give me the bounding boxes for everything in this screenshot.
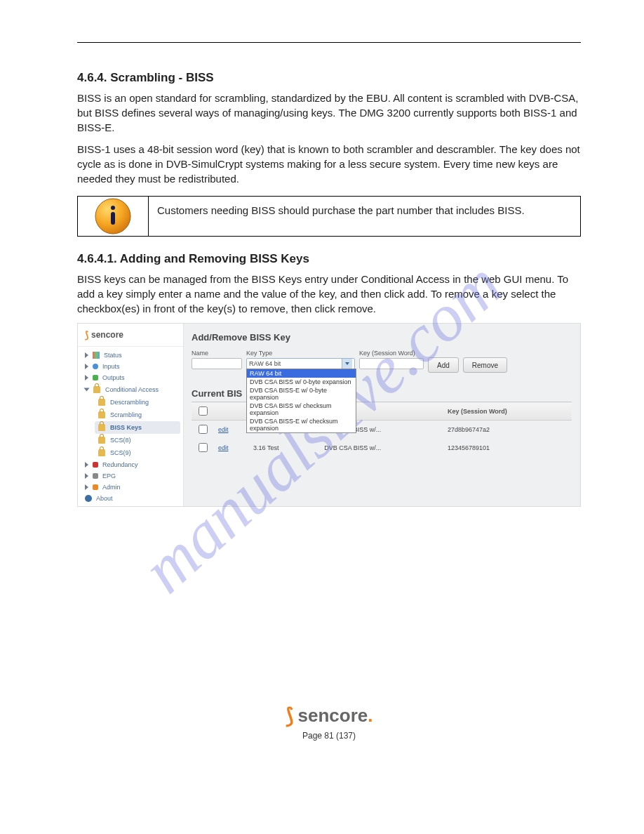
bars-icon	[93, 352, 100, 359]
nav-scrambling[interactable]: Scrambling	[95, 409, 180, 421]
nav-label: EPG	[102, 472, 116, 479]
logo-dot-icon: .	[368, 705, 373, 726]
nav-label: Inputs	[102, 363, 120, 370]
select-all-checkbox[interactable]	[199, 406, 208, 416]
nav-biss-keys[interactable]: BISS Keys	[95, 421, 180, 434]
paragraph-1: BISS is an open standard for scrambling,…	[77, 91, 581, 135]
caret-right-icon	[85, 462, 88, 468]
lock-icon	[98, 399, 105, 406]
option-bisse-0byte[interactable]: DVB CSA BISS-E w/ 0-byte expansion	[247, 386, 356, 402]
svg-rect-2	[111, 212, 115, 225]
info-icon	[78, 197, 149, 236]
caret-right-icon	[85, 352, 88, 358]
keytype-dropdown: RAW 64 bit DVB CSA BISS w/ 0-byte expans…	[246, 369, 356, 433]
calendar-icon	[93, 473, 98, 479]
nav-label: Admin	[102, 484, 121, 491]
edit-link[interactable]: edit	[218, 444, 229, 451]
header-rule	[77, 42, 581, 43]
nav-label: SCS(8)	[110, 437, 131, 444]
nav-inputs[interactable]: Inputs	[82, 361, 180, 372]
page-number: Page 81 (137)	[77, 731, 581, 741]
nav-epg[interactable]: EPG	[82, 470, 180, 482]
keytype-current: RAW 64 bit	[249, 360, 281, 367]
nav-about[interactable]: About	[82, 493, 180, 504]
row-checkbox[interactable]	[199, 443, 208, 452]
nav-descrambling[interactable]: Descrambling	[95, 396, 180, 409]
row-key: 123456789101	[443, 439, 572, 457]
nav-label: Descrambling	[110, 399, 149, 406]
caret-down-icon	[84, 388, 90, 392]
lock-icon	[98, 437, 105, 444]
row-type: DVB CSA BISS w/...	[320, 439, 443, 457]
subsection-heading: 4.6.4.1. Adding and Removing BISS Keys	[77, 252, 581, 266]
caret-right-icon	[85, 484, 88, 490]
dropdown-arrow-icon	[342, 359, 352, 369]
brand-logo: ⟆ sencore	[78, 324, 183, 347]
keytype-select[interactable]: RAW 64 bit	[246, 358, 355, 369]
option-biss-0byte[interactable]: DVB CSA BISS w/ 0-byte expansion	[247, 378, 356, 386]
logo-swirl-icon: ⟆	[286, 703, 294, 728]
lock-icon	[93, 386, 100, 393]
name-label: Name	[192, 350, 242, 357]
nav-label: SCS(9)	[110, 449, 131, 456]
subsection-number: 4.6.4.1.	[77, 252, 117, 265]
key-label: Key (Session Word)	[359, 350, 424, 357]
nav-label: BISS Keys	[110, 424, 142, 431]
footer-brand: sencore	[298, 705, 368, 726]
nav-label: Outputs	[102, 374, 125, 381]
lock-icon	[98, 411, 105, 418]
key-input[interactable]	[359, 358, 424, 369]
info-text: Customers needing BISS should purchase t…	[149, 197, 580, 236]
caret-right-icon	[85, 375, 88, 380]
tools-icon	[93, 484, 98, 490]
nav-redundancy[interactable]: Redundancy	[82, 459, 180, 470]
col-sessionword: Key (Session Word)	[443, 402, 572, 421]
nav-admin[interactable]: Admin	[82, 482, 180, 493]
nav-label: Conditional Access	[105, 386, 159, 393]
option-bisse-checksum[interactable]: DVB CSA BISS-E w/ checksum expansion	[247, 417, 356, 432]
form-row: Name Key Type RAW 64 bit RAW 64 bit DVB …	[192, 350, 572, 373]
caret-right-icon	[85, 364, 88, 369]
sidebar: ⟆ sencore Status Inputs Outputs Conditio…	[78, 324, 184, 506]
edit-link[interactable]: edit	[218, 426, 229, 433]
row-name: 3.16 Test	[249, 439, 320, 457]
nav-scs-9[interactable]: SCS(9)	[95, 446, 180, 459]
nav-list: Status Inputs Outputs Conditional Access…	[78, 347, 183, 507]
paragraph-2: BISS-1 uses a 48-bit session word (key) …	[77, 142, 581, 186]
main-panel: Add/Remove BISS Key Name Key Type RAW 64…	[183, 324, 580, 506]
section-title: Scrambling - BISS	[110, 71, 213, 84]
nav-outputs[interactable]: Outputs	[82, 372, 180, 383]
option-raw64[interactable]: RAW 64 bit	[247, 369, 356, 378]
arrow-in-icon	[93, 364, 98, 369]
footer-logo: ⟆ sencore.	[286, 703, 373, 728]
arrow-out-icon	[93, 375, 98, 380]
nav-label: Status	[104, 352, 122, 359]
nav-label: About	[96, 495, 113, 502]
remove-button[interactable]: Remove	[463, 357, 507, 373]
page-footer: ⟆ sencore. Page 81 (137)	[77, 703, 581, 741]
section-number: 4.6.4.	[77, 71, 107, 84]
keytype-label: Key Type	[246, 350, 355, 357]
panel-title: Add/Remove BISS Key	[192, 332, 572, 343]
row-checkbox[interactable]	[199, 425, 208, 434]
subsection-title: Adding and Removing BISS Keys	[120, 252, 309, 265]
svg-point-1	[111, 206, 115, 210]
option-biss-checksum[interactable]: DVB CSA BISS w/ checksum expansion	[247, 402, 356, 417]
lock-icon	[98, 449, 105, 456]
brand-name: sencore	[91, 330, 123, 340]
nav-conditional-access[interactable]: Conditional Access	[82, 383, 180, 396]
add-button[interactable]: Add	[428, 357, 459, 373]
nav-status[interactable]: Status	[82, 350, 180, 361]
redundancy-icon	[93, 462, 98, 468]
row-key: 27d8b96747a2	[443, 421, 572, 439]
app-screenshot: ⟆ sencore Status Inputs Outputs Conditio…	[77, 323, 581, 507]
lock-icon	[98, 424, 105, 431]
name-input[interactable]	[192, 358, 242, 369]
nav-scs-8[interactable]: SCS(8)	[95, 434, 180, 446]
brand-swirl-icon: ⟆	[85, 329, 88, 340]
section-heading: 4.6.4. Scrambling - BISS	[77, 71, 581, 85]
paragraph-3: BISS keys can be managed from the BISS K…	[77, 272, 581, 316]
table-row: edit 3.16 Test DVB CSA BISS w/... 123456…	[192, 439, 572, 457]
nav-label: Redundancy	[102, 461, 138, 468]
nav-label: Scrambling	[110, 411, 142, 418]
